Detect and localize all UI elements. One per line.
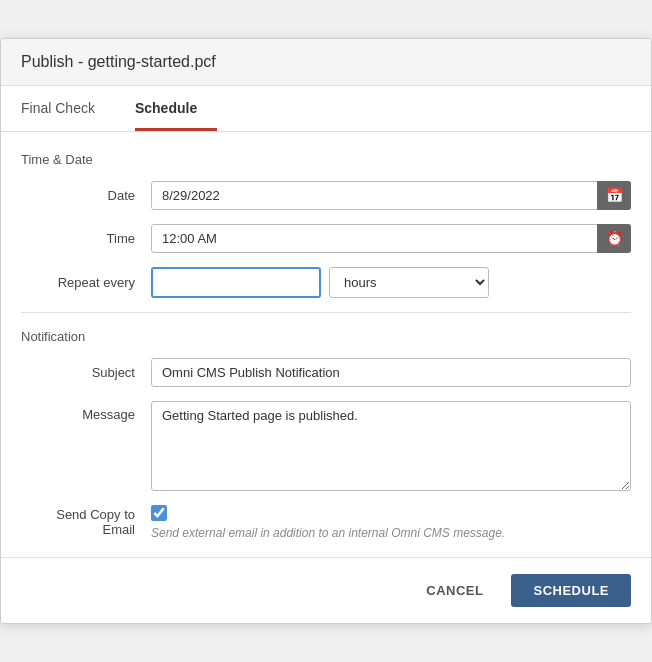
send-copy-hint: Send external email in addition to an in…: [151, 525, 505, 542]
date-input[interactable]: [151, 181, 631, 210]
time-input[interactable]: [151, 224, 631, 253]
time-input-wrapper: ⏰: [151, 224, 631, 253]
time-label: Time: [21, 231, 151, 246]
repeat-controls: hours days weeks months: [151, 267, 489, 298]
time-date-section-label: Time & Date: [21, 152, 631, 167]
schedule-button[interactable]: SCHEDULE: [511, 574, 631, 607]
send-copy-group: Send Copy toEmail Send external email in…: [21, 505, 631, 542]
dialog-body: Time & Date Date 📅 Time ⏰ Repeat every h…: [1, 132, 651, 542]
send-copy-checkbox-row: [151, 505, 505, 521]
date-group: Date 📅: [21, 181, 631, 210]
subject-input[interactable]: [151, 358, 631, 387]
send-copy-content: Send external email in addition to an in…: [151, 505, 505, 542]
repeat-value-input[interactable]: [151, 267, 321, 298]
clock-icon[interactable]: ⏰: [597, 224, 631, 253]
send-copy-label: Send Copy toEmail: [21, 505, 151, 537]
time-group: Time ⏰: [21, 224, 631, 253]
tab-schedule[interactable]: Schedule: [135, 86, 217, 131]
section-divider: [21, 312, 631, 313]
message-group: Message Getting Started page is publishe…: [21, 401, 631, 491]
repeat-label: Repeat every: [21, 275, 151, 290]
calendar-icon[interactable]: 📅: [597, 181, 631, 210]
message-label: Message: [21, 401, 151, 422]
dialog-footer: CANCEL SCHEDULE: [1, 557, 651, 623]
message-textarea[interactable]: Getting Started page is published.: [151, 401, 631, 491]
repeat-group: Repeat every hours days weeks months: [21, 267, 631, 298]
subject-group: Subject: [21, 358, 631, 387]
send-copy-checkbox[interactable]: [151, 505, 167, 521]
publish-dialog: Publish - getting-started.pcf Final Chec…: [0, 38, 652, 625]
repeat-unit-select[interactable]: hours days weeks months: [329, 267, 489, 298]
notification-section: Notification Subject Message Getting Sta…: [21, 329, 631, 542]
date-input-wrapper: 📅: [151, 181, 631, 210]
tab-bar: Final Check Schedule: [1, 86, 651, 132]
date-label: Date: [21, 188, 151, 203]
subject-label: Subject: [21, 365, 151, 380]
dialog-header: Publish - getting-started.pcf: [1, 39, 651, 86]
tab-final-check[interactable]: Final Check: [21, 86, 115, 131]
notification-section-label: Notification: [21, 329, 631, 344]
cancel-button[interactable]: CANCEL: [408, 574, 501, 607]
dialog-title: Publish - getting-started.pcf: [21, 53, 216, 70]
